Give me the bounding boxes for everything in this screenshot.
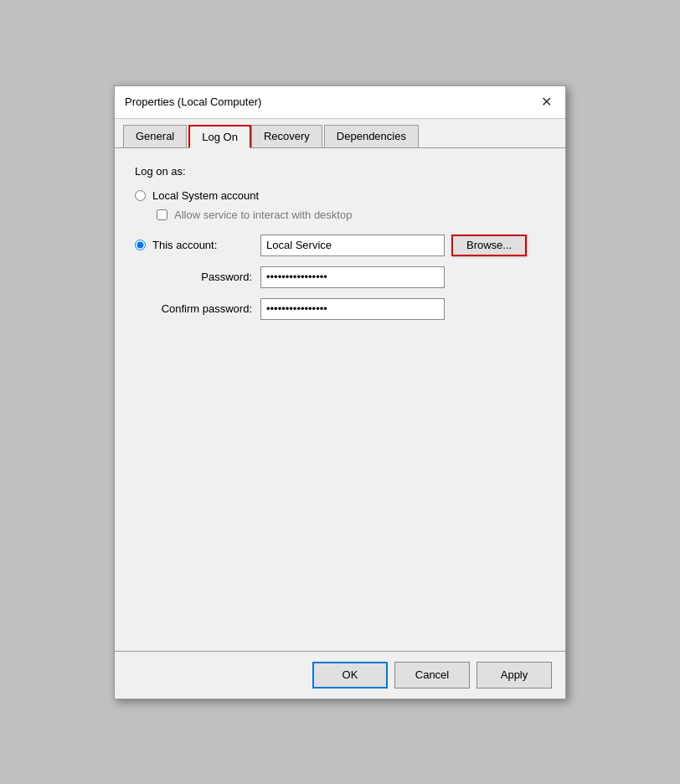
tab-general[interactable]: General bbox=[123, 125, 187, 148]
password-label: Password: bbox=[135, 271, 260, 283]
this-account-radio[interactable] bbox=[135, 240, 146, 250]
properties-dialog: Properties (Local Computer) ✕ General Lo… bbox=[114, 85, 566, 699]
browse-button[interactable]: Browse... bbox=[451, 235, 527, 256]
tab-recovery[interactable]: Recovery bbox=[251, 125, 322, 148]
close-button[interactable]: ✕ bbox=[537, 93, 555, 111]
local-system-radio[interactable] bbox=[135, 190, 146, 201]
confirm-password-label: Confirm password: bbox=[135, 302, 260, 315]
password-input[interactable] bbox=[260, 266, 445, 288]
local-system-option[interactable]: Local System account bbox=[135, 189, 545, 202]
allow-interact-checkbox[interactable] bbox=[157, 209, 167, 220]
this-account-row: This account: Browse... bbox=[135, 235, 545, 256]
tab-bar: General Log On Recovery Dependencies bbox=[115, 119, 565, 148]
local-system-label: Local System account bbox=[152, 189, 259, 202]
logon-as-label: Log on as: bbox=[135, 165, 545, 178]
dialog-title: Properties (Local Computer) bbox=[125, 95, 261, 108]
this-account-label: This account: bbox=[152, 239, 260, 251]
tab-dependencies[interactable]: Dependencies bbox=[324, 125, 419, 148]
allow-interact-label: Allow service to interact with desktop bbox=[174, 209, 352, 221]
dialog-footer: OK Cancel Apply bbox=[115, 651, 565, 699]
allow-interact-row: Allow service to interact with desktop bbox=[157, 209, 545, 221]
password-row: Password: bbox=[135, 266, 545, 288]
confirm-password-row: Confirm password: bbox=[135, 298, 545, 320]
logon-content: Log on as: Local System account Allow se… bbox=[115, 148, 565, 651]
confirm-password-input[interactable] bbox=[260, 298, 445, 320]
account-input-group: Browse... bbox=[260, 235, 527, 256]
apply-button[interactable]: Apply bbox=[477, 662, 552, 689]
cancel-button[interactable]: Cancel bbox=[394, 662, 470, 689]
ok-button[interactable]: OK bbox=[312, 662, 388, 689]
title-bar: Properties (Local Computer) ✕ bbox=[115, 86, 565, 119]
tab-logon[interactable]: Log On bbox=[188, 125, 251, 148]
account-input[interactable] bbox=[260, 235, 445, 256]
